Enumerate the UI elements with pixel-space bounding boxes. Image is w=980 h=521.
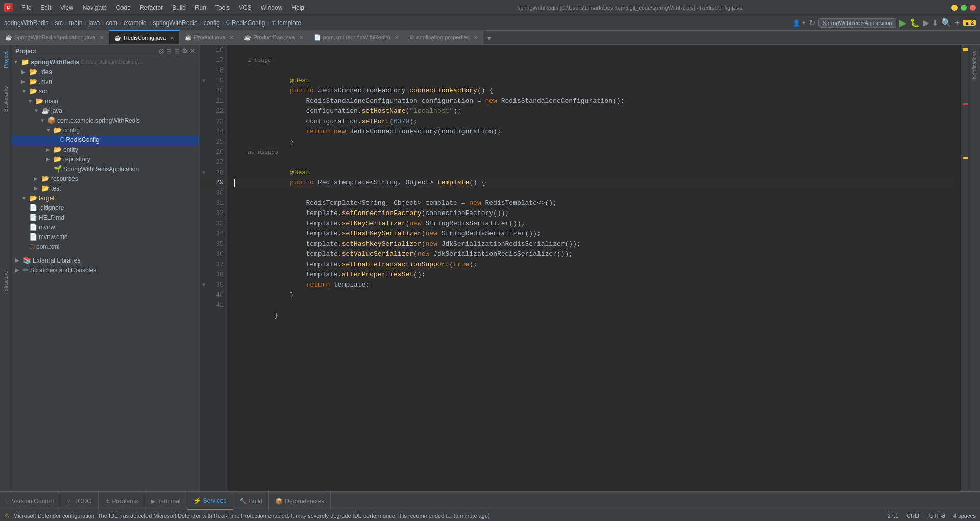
run-with-coverage-button[interactable]: ▶	[923, 18, 929, 28]
tab-application[interactable]: ⚙ application.properties ✕	[404, 30, 484, 44]
menu-help[interactable]: Help	[287, 3, 308, 12]
close-button[interactable]	[970, 5, 976, 11]
tree-label-resources: resources	[51, 175, 78, 182]
breadcrumb-example[interactable]: example	[124, 19, 146, 27]
code-editor[interactable]: 1 usage @Bean public JedisConnectionFact…	[228, 45, 961, 491]
tree-item-target[interactable]: ▼ 📂 target	[11, 193, 200, 203]
menu-edit[interactable]: Edit	[36, 3, 55, 12]
update-icon[interactable]: ↻	[808, 18, 815, 28]
git-update-button[interactable]: ⬇	[932, 19, 938, 27]
account-button[interactable]: 👤 ▾	[793, 19, 805, 27]
tab-close-icon[interactable]: ✕	[170, 35, 174, 41]
project-panel: Project ◎ ⊟ ⊞ ⚙ ✕ ▼ 📁 springWithRedis C:…	[11, 45, 200, 491]
tree-item-test[interactable]: ▶ 📂 test	[11, 183, 200, 193]
breadcrumb-src[interactable]: src	[55, 19, 63, 27]
tab-product[interactable]: ☕ Product.java ✕	[180, 30, 239, 44]
tab-spring-app[interactable]: ☕ SpringWithRedisApplication.java ✕	[0, 30, 109, 44]
tab-icon: ☕	[185, 34, 192, 41]
tab-more-button[interactable]: ▾	[483, 32, 495, 44]
status-warning-text[interactable]: Microsoft Defender configuration: The ID…	[13, 513, 884, 519]
tree-item-config[interactable]: ▼ 📂 config	[11, 125, 200, 135]
tree-item-help[interactable]: 📑 HELP.md	[11, 212, 200, 222]
bottom-tab-terminal[interactable]: ▶ Terminal	[144, 492, 187, 510]
debug-button[interactable]: 🐛	[910, 18, 920, 28]
tree-item-root[interactable]: ▼ 📁 springWithRedis C:\Users\Limark\Desk…	[11, 57, 200, 67]
add-button[interactable]: +	[954, 18, 959, 28]
run-config-selector[interactable]: SpringWithRedisApplication	[818, 18, 897, 28]
menu-window[interactable]: Window	[257, 3, 287, 12]
sidebar-project-icon[interactable]: Project	[1, 47, 10, 73]
breadcrumb-springWithRedis[interactable]: springWithRedis	[153, 19, 197, 27]
code-line-30: RedisTemplate<String, Object> template =…	[234, 188, 954, 198]
notifications-label[interactable]: Notifications	[971, 47, 978, 83]
run-button[interactable]: ▶	[899, 17, 906, 29]
bottom-tab-services[interactable]: ⚡ Services	[187, 492, 233, 510]
tree-item-ext-libs[interactable]: ▶ 📚 External Libraries	[11, 255, 200, 265]
tab-product-dao[interactable]: ☕ ProductDao.java ✕	[239, 30, 308, 44]
bottom-tab-build[interactable]: 🔨 Build	[233, 492, 270, 510]
minimize-button[interactable]	[951, 5, 958, 11]
bottom-tab-todo[interactable]: ☑ TODO	[60, 492, 98, 510]
tree-item-mvn[interactable]: ▶ 📂 .mvn	[11, 77, 200, 86]
tree-item-mvnw[interactable]: 📄 mvnw	[11, 222, 200, 232]
tree-item-idea[interactable]: ▶ 📂 .idea	[11, 67, 200, 77]
close-panel-icon[interactable]: ✕	[190, 47, 195, 55]
tab-close-icon[interactable]: ✕	[395, 35, 399, 40]
tree-label-root: springWithRedis	[31, 59, 79, 66]
tab-pom[interactable]: 📄 pom.xml (springWithRedis) ✕	[309, 30, 404, 44]
tab-close-icon[interactable]: ✕	[299, 35, 303, 40]
tree-item-gitignore[interactable]: 📄 .gitignore	[11, 203, 200, 212]
status-line-ending[interactable]: CRLF	[906, 513, 921, 519]
settings-icon[interactable]: ⚙	[182, 47, 188, 55]
menu-tools[interactable]: Tools	[211, 3, 234, 12]
status-indent[interactable]: 4 spaces	[953, 513, 976, 519]
menu-code[interactable]: Code	[112, 3, 135, 12]
breadcrumb-project[interactable]: springWithRedis	[4, 19, 48, 27]
tree-item-scratches[interactable]: ▶ ✏ Scratches and Consoles	[11, 265, 200, 275]
breadcrumb-class[interactable]: RedisConfig	[232, 19, 265, 27]
collapse-all-icon[interactable]: ⊟	[166, 47, 172, 55]
locate-icon[interactable]: ◎	[159, 47, 164, 55]
menu-view[interactable]: View	[56, 3, 78, 12]
tab-redis-config[interactable]: ☕ RedisConfig.java ✕	[109, 30, 180, 44]
menu-file[interactable]: File	[17, 3, 35, 12]
tree-item-mvnw-cmd[interactable]: 📄 mvnw.cmd	[11, 232, 200, 242]
search-everywhere-button[interactable]: 🔍	[941, 18, 951, 28]
breadcrumb-main[interactable]: main	[69, 19, 82, 27]
breadcrumb-method[interactable]: template	[278, 19, 301, 27]
breadcrumb-java[interactable]: java	[88, 19, 100, 27]
tree-item-entity[interactable]: ▶ 📂 entity	[11, 145, 200, 154]
sidebar-structure-icon[interactable]: Structure	[1, 269, 10, 294]
maximize-button[interactable]	[961, 5, 967, 11]
tree-item-repository[interactable]: ▶ 📂 repository	[11, 154, 200, 164]
breadcrumb-com[interactable]: com	[106, 19, 117, 27]
tree-item-main[interactable]: ▼ 📂 main	[11, 96, 200, 106]
bottom-tab-dependencies[interactable]: 📦 Dependencies	[269, 492, 331, 510]
menu-vcs[interactable]: VCS	[235, 3, 256, 12]
bottom-tab-version-control[interactable]: ⑃ Version Control	[0, 492, 60, 510]
sidebar-bookmarks-icon[interactable]: Bookmarks	[1, 84, 10, 114]
bottom-tab-problems[interactable]: ⚠ Problems	[99, 492, 145, 510]
tree-item-redis-config[interactable]: C RedisConfig	[11, 135, 200, 145]
menu-refactor[interactable]: Refactor	[136, 3, 167, 12]
tab-close-icon[interactable]: ✕	[229, 35, 233, 40]
tab-close-icon[interactable]: ✕	[100, 35, 104, 40]
breadcrumb-config[interactable]: config	[204, 19, 220, 27]
menu-run[interactable]: Run	[191, 3, 210, 12]
tree-item-src[interactable]: ▼ 📂 src	[11, 86, 200, 96]
tree-item-package[interactable]: ▼ 📦 com.example.springWithRedis	[11, 115, 200, 125]
tree-item-java[interactable]: ▼ ☕ java	[11, 106, 200, 115]
project-tools: ◎ ⊟ ⊞ ⚙ ✕	[159, 47, 195, 55]
status-encoding[interactable]: UTF-8	[929, 513, 945, 519]
tree-item-pom[interactable]: ⬡ pom.xml	[11, 242, 200, 251]
tree-item-resources[interactable]: ▶ 📂 resources	[11, 174, 200, 183]
menu-build[interactable]: Build	[168, 3, 190, 12]
status-position[interactable]: 27:1	[888, 513, 898, 519]
expand-all-icon[interactable]: ⊞	[174, 47, 180, 55]
tree-item-spring-app[interactable]: 🌱 SpringWithRedisApplication	[11, 164, 200, 174]
fold-marker-28[interactable]: ▼	[202, 170, 205, 176]
tab-close-icon[interactable]: ✕	[474, 35, 478, 40]
fold-marker-19[interactable]: ▼	[202, 78, 205, 84]
menu-navigate[interactable]: Navigate	[79, 3, 111, 12]
fold-marker-39[interactable]: ▼	[202, 282, 205, 288]
